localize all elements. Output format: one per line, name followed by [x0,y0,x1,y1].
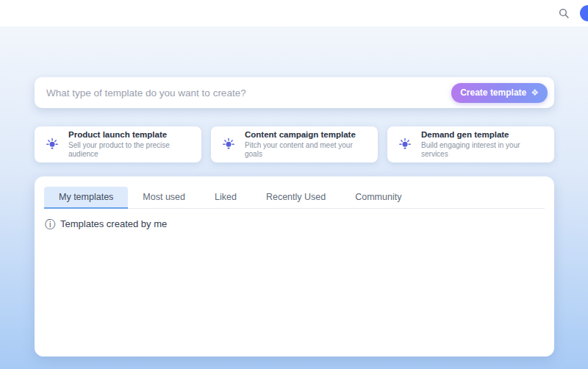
lightbulb-icon [221,137,236,152]
avatar[interactable] [580,5,588,21]
lightbulb-icon [45,137,60,152]
tab-most-used[interactable]: Most used [128,187,200,208]
sparkle-icon: ❖ [531,87,539,98]
card-title: Demand gen template [421,130,544,140]
card-demand-gen-template[interactable]: Demand gen template Build engaging inter… [387,126,554,162]
search-icon[interactable] [553,3,574,24]
info-icon: ⓘ [45,219,55,229]
tab-community[interactable]: Community [340,187,416,208]
templates-panel: My templates Most used Liked Recently Us… [35,176,554,357]
template-prompt-input[interactable] [46,87,451,98]
card-title: Content campaign template [245,130,368,140]
card-subtitle: Sell your product to the precise audienc… [68,141,191,159]
tab-liked[interactable]: Liked [200,187,251,208]
create-template-button[interactable]: Create template ❖ [451,83,548,103]
card-subtitle: Pitch your content and meet your goals [245,141,368,159]
card-subtitle: Build engaging interest in your services [421,141,544,159]
template-prompt-bar: Create template ❖ [35,77,554,108]
templates-tabs: My templates Most used Liked Recently Us… [44,187,545,209]
tab-my-templates[interactable]: My templates [44,187,128,208]
suggestion-cards-row: Product launch template Sell your produc… [35,126,554,162]
card-product-launch-template[interactable]: Product launch template Sell your produc… [35,126,201,162]
header-actions [553,0,588,26]
card-content-campaign-template[interactable]: Content campaign template Pitch your con… [211,126,378,162]
empty-state: ⓘ Templates created by me [44,218,545,229]
lightbulb-icon [398,137,412,152]
top-header [0,0,588,26]
create-template-button-label: Create template [460,87,526,98]
tab-recently-used[interactable]: Recently Used [251,187,340,208]
card-title: Product launch template [68,130,191,140]
empty-state-message: Templates created by me [60,218,167,229]
